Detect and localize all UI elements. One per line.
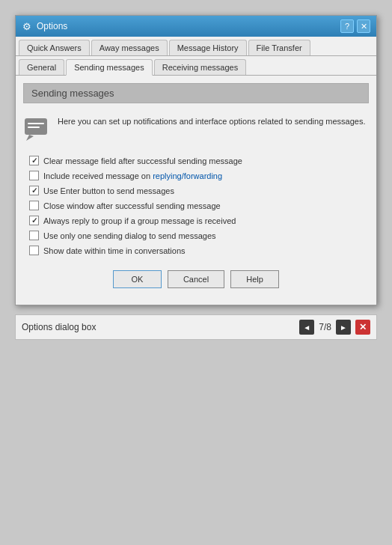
dialog-title: Options: [37, 21, 67, 31]
list-item: Use only one sending dialog to send mess…: [29, 231, 363, 240]
ok-button[interactable]: OK: [113, 270, 162, 288]
highlight-replying: replying/forwarding: [153, 171, 222, 180]
title-bar: ⚙ Options ? ✕: [16, 16, 376, 37]
svg-rect-3: [28, 127, 40, 128]
tab-message-history[interactable]: Message History: [169, 40, 247, 55]
bottom-bar: Options dialog box ◄ 7/8 ► ✕: [15, 314, 377, 340]
label-use-only-one: Use only one sending dialog to send mess…: [43, 231, 216, 240]
svg-marker-1: [26, 135, 34, 141]
tabs-row-1: Quick Answers Away messages Message Hist…: [16, 37, 376, 56]
next-button[interactable]: ►: [336, 320, 351, 335]
section-header: Sending messages: [23, 83, 369, 103]
close-button[interactable]: ✕: [357, 19, 370, 33]
svg-rect-2: [28, 123, 44, 124]
bottom-bar-right: ◄ 7/8 ► ✕: [299, 320, 370, 335]
gear-icon: ⚙: [22, 21, 32, 31]
description-box: Here you can set up notifications and in…: [23, 112, 369, 145]
tab-general[interactable]: General: [19, 59, 64, 75]
checkbox-include-received[interactable]: [29, 171, 39, 180]
checkbox-always-reply-group[interactable]: [29, 216, 39, 225]
bottom-close-button[interactable]: ✕: [355, 320, 370, 335]
list-item: Include received message on replying/for…: [29, 171, 363, 180]
checkbox-use-enter[interactable]: [29, 186, 39, 195]
checkbox-use-only-one[interactable]: [29, 231, 39, 240]
list-item: Clear message field after successful sen…: [29, 156, 363, 165]
content-area: Sending messages Here you can set up not…: [16, 76, 376, 305]
options-dialog: ⚙ Options ? ✕ Quick Answers Away message…: [15, 15, 377, 305]
checkbox-clear-message-field[interactable]: [29, 156, 39, 165]
list-item: Show date within time in conversations: [29, 246, 363, 255]
page-indicator: 7/8: [319, 322, 331, 332]
label-clear-message-field: Clear message field after successful sen…: [43, 156, 242, 165]
button-row: OK Cancel Help: [23, 255, 369, 297]
tab-sending-messages[interactable]: Sending messages: [66, 59, 153, 76]
options-list: Clear message field after successful sen…: [23, 156, 369, 255]
tab-quick-answers[interactable]: Quick Answers: [19, 40, 90, 55]
label-always-reply-group: Always reply to group if a group message…: [43, 216, 236, 225]
checkbox-show-date[interactable]: [29, 246, 39, 255]
chat-bubble-icon: [23, 115, 50, 142]
tab-receiving-messages[interactable]: Receiving messages: [154, 59, 247, 75]
bottom-bar-title: Options dialog box: [22, 322, 96, 332]
list-item: Use Enter button to send messages: [29, 186, 363, 195]
label-include-received: Include received message on replying/for…: [43, 171, 222, 180]
title-bar-left: ⚙ Options: [22, 21, 67, 31]
checkbox-close-window[interactable]: [29, 201, 39, 210]
tab-away-messages[interactable]: Away messages: [91, 40, 168, 55]
list-item: Always reply to group if a group message…: [29, 216, 363, 225]
help-dialog-button[interactable]: Help: [230, 270, 279, 288]
label-show-date: Show date within time in conversations: [43, 246, 186, 255]
cancel-button[interactable]: Cancel: [168, 270, 224, 288]
label-close-window: Close window after successful sending me…: [43, 201, 221, 210]
description-text: Here you can set up notifications and in…: [58, 115, 366, 128]
prev-button[interactable]: ◄: [299, 320, 314, 335]
title-bar-buttons: ? ✕: [340, 19, 370, 33]
help-button[interactable]: ?: [340, 19, 354, 33]
list-item: Close window after successful sending me…: [29, 201, 363, 210]
label-use-enter: Use Enter button to send messages: [43, 186, 174, 195]
tab-file-transfer[interactable]: File Transfer: [248, 40, 310, 55]
tabs-row-2: General Sending messages Receiving messa…: [16, 56, 376, 76]
